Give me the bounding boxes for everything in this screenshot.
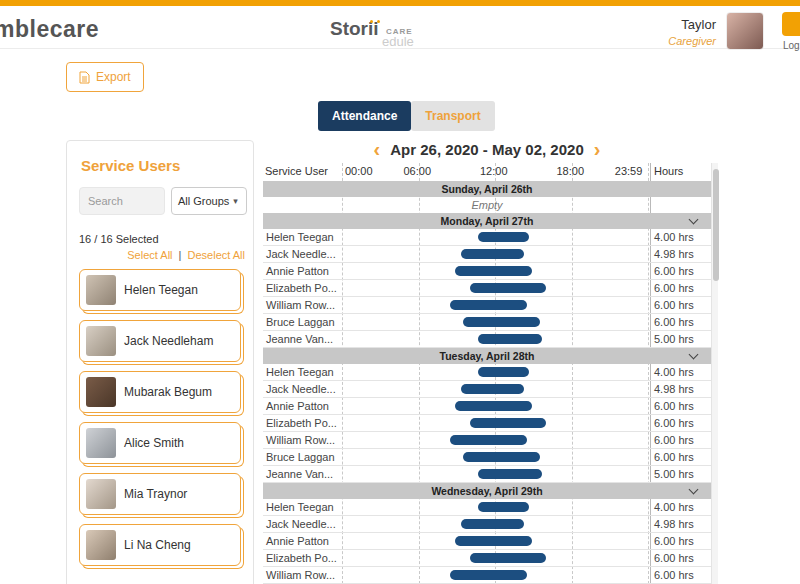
attendance-row-hours: 6.00 hrs [654,265,694,277]
empty-day-row: Empty [263,197,711,213]
schedule-scrollbar[interactable] [711,163,718,584]
search-input[interactable] [79,187,165,215]
chevron-down-icon[interactable] [689,215,699,225]
attendance-row[interactable]: Helen Teegan4.00 hrs [263,229,711,246]
attendance-row-name: Helen Teegan [266,366,334,378]
attendance-bar[interactable] [478,502,529,512]
attendance-row-hours: 6.00 hrs [654,282,694,294]
attendance-row[interactable]: Jack Needle...4.98 hrs [263,246,711,263]
service-user-name: Mubarak Begum [124,385,212,399]
attendance-row[interactable]: Jeanne Van...5.00 hrs [263,466,711,483]
attendance-row[interactable]: Jeanne Van...5.00 hrs [263,331,711,348]
schedule-grid: Service User00:0006:0012:0018:0023:59Hou… [263,163,711,584]
group-filter-dropdown[interactable]: All Groups [171,187,247,215]
view-tabs: Attendance Transport [318,101,495,131]
attendance-bar[interactable] [450,435,527,445]
attendance-bar[interactable] [478,232,529,242]
attendance-row[interactable]: Elizabeth Po...6.00 hrs [263,550,711,567]
day-header[interactable]: Monday, April 27th [263,213,711,229]
attendance-row[interactable]: Helen Teegan4.00 hrs [263,364,711,381]
attendance-row-hours: 6.00 hrs [654,569,694,581]
select-all-link[interactable]: Select All [127,249,172,261]
attendance-row[interactable]: Elizabeth Po...6.00 hrs [263,280,711,297]
attendance-row[interactable]: William Row...6.00 hrs [263,297,711,314]
service-user-name: Helen Teegan [124,283,198,297]
group-filter-value: All Groups [178,195,229,207]
attendance-row[interactable]: William Row...6.00 hrs [263,567,711,584]
current-user-info: Taylor Caregiver [630,17,716,47]
attendance-row-hours: 4.98 hrs [654,248,694,260]
day-header[interactable]: Tuesday, April 28th [263,348,711,364]
chevron-down-icon[interactable] [689,485,699,495]
service-user-card[interactable]: Li Na Cheng [79,524,241,566]
attendance-row[interactable]: Bruce Laggan6.00 hrs [263,314,711,331]
avatar[interactable] [726,12,764,50]
attendance-row-name: Elizabeth Po... [266,282,337,294]
attendance-row-name: Jack Needle... [266,518,336,530]
service-user-name: Li Na Cheng [124,538,191,552]
attendance-bar[interactable] [463,317,540,327]
attendance-row[interactable]: Annie Patton6.00 hrs [263,398,711,415]
service-user-card[interactable]: Jack Needleham [79,320,241,362]
day-header[interactable]: Sunday, April 26th [263,181,711,197]
attendance-row[interactable]: Jack Needle...4.98 hrs [263,381,711,398]
attendance-bar[interactable] [461,384,524,394]
attendance-bar[interactable] [478,367,529,377]
attendance-row-name: Helen Teegan [266,501,334,513]
attendance-row-hours: 5.00 hrs [654,468,694,480]
chevron-down-icon[interactable] [689,350,699,360]
day-label: Monday, April 27th [441,215,534,227]
attendance-row-name: William Row... [266,569,335,581]
chevron-down-icon [233,196,238,206]
user-photo [86,377,116,407]
next-week-button[interactable]: › [594,140,601,158]
current-user-role: Caregiver [630,35,716,47]
service-user-list: Helen TeeganJack NeedlehamMubarak BegumA… [79,269,243,575]
attendance-bar[interactable] [455,401,532,411]
attendance-bar[interactable] [463,452,540,462]
attendance-row[interactable]: Annie Patton6.00 hrs [263,263,711,280]
attendance-row[interactable]: Jack Needle...4.98 hrs [263,516,711,533]
attendance-bar[interactable] [478,469,542,479]
service-user-card[interactable]: Mia Traynor [79,473,241,515]
attendance-bar[interactable] [478,334,542,344]
attendance-row[interactable]: Helen Teegan4.00 hrs [263,499,711,516]
attendance-bar[interactable] [455,536,532,546]
attendance-bar[interactable] [461,249,524,259]
service-user-card[interactable]: Alice Smith [79,422,241,464]
tab-attendance[interactable]: Attendance [318,101,411,131]
attendance-bar[interactable] [450,570,527,580]
scrollbar-thumb[interactable] [713,169,719,281]
app-header: mblecare Storii CARE edule Taylor Caregi… [0,6,800,49]
tab-transport[interactable]: Transport [411,101,494,131]
attendance-row[interactable]: Bruce Laggan6.00 hrs [263,449,711,466]
deselect-all-link[interactable]: Deselect All [188,249,245,261]
cut-off-header-button[interactable] [782,12,800,36]
column-service-user: Service User [265,165,328,177]
attendance-row[interactable]: William Row...6.00 hrs [263,432,711,449]
export-button-label: Export [96,70,131,84]
attendance-bar[interactable] [450,300,527,310]
page-title-partial: edule [382,34,414,49]
attendance-bar[interactable] [470,553,547,563]
attendance-bar[interactable] [461,519,524,529]
attendance-bar[interactable] [470,418,547,428]
attendance-row-hours: 6.00 hrs [654,400,694,412]
column-time-label: 06:00 [404,165,432,177]
attendance-row[interactable]: Annie Patton6.00 hrs [263,533,711,550]
logout-link[interactable]: Log [783,40,800,51]
attendance-schedule-page: mblecare Storii CARE edule Taylor Caregi… [0,0,800,584]
attendance-bar[interactable] [470,283,547,293]
attendance-row-hours: 6.00 hrs [654,434,694,446]
service-user-card[interactable]: Helen Teegan [79,269,241,311]
attendance-row[interactable]: Elizabeth Po...6.00 hrs [263,415,711,432]
column-time-label: 12:00 [480,165,508,177]
export-button[interactable]: Export [66,62,144,92]
date-range-navigator: ‹ Apr 26, 2020 - May 02, 2020 › [263,138,711,160]
service-user-card[interactable]: Mubarak Begum [79,371,241,413]
day-header[interactable]: Wednesday, April 29th [263,483,711,499]
schedule-column-headers: Service User00:0006:0012:0018:0023:59Hou… [263,163,711,181]
prev-week-button[interactable]: ‹ [374,140,381,158]
attendance-bar[interactable] [455,266,532,276]
day-label: Sunday, April 26th [441,183,532,195]
